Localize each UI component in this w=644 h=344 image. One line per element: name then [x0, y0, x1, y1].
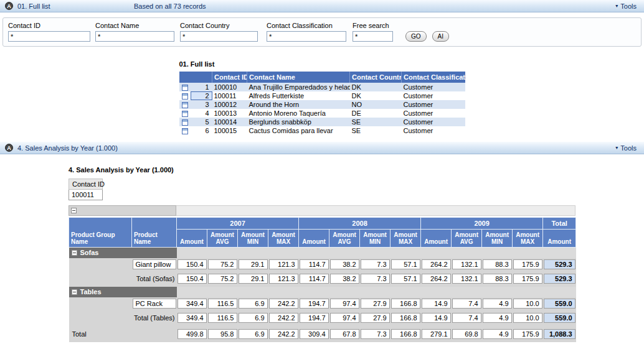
row-open-icon[interactable] [179, 118, 191, 126]
value-cell: 97.4 [329, 297, 360, 310]
group-total-label: Total (Sofas) [132, 271, 177, 287]
measure-header[interactable]: Amount MAX [268, 230, 299, 248]
value-cell: 114.7 [299, 258, 329, 271]
product-name-cell: PC Rack [132, 297, 177, 310]
value-cell: 4.9 [482, 297, 513, 310]
total-column-header[interactable]: Total [543, 218, 576, 230]
measure-header[interactable]: Amount [299, 230, 329, 248]
row-header-product-name[interactable]: Product Name [132, 218, 177, 248]
measure-header[interactable]: Amount MIN [360, 230, 391, 248]
go-button[interactable]: GO [405, 31, 427, 42]
collapse-icon[interactable] [72, 289, 77, 295]
form-icon [182, 128, 188, 134]
filter-input-contact-name[interactable] [95, 31, 174, 42]
measure-header[interactable]: Amount MAX [391, 230, 421, 248]
cell-contact-id: 100012 [212, 100, 247, 109]
cell-contact-classification: Customer [402, 126, 465, 135]
product-name: Giant pillow [133, 259, 176, 269]
measure-header[interactable]: Amount AVG [329, 230, 360, 248]
grand-total-value-cell: 242.2 [268, 326, 299, 342]
product-name-cell: Giant pillow [132, 258, 177, 271]
table-row[interactable]: 6100015Cactus Comidas para llevarSECusto… [179, 126, 465, 135]
year-column-header[interactable]: 2008 [299, 218, 421, 230]
row-number-cell[interactable]: 5 [191, 118, 212, 126]
form-icon [182, 102, 188, 108]
filter-input-contact-country[interactable] [180, 31, 258, 42]
row-open-icon[interactable] [179, 126, 191, 135]
filter-input-contact-classification[interactable] [267, 31, 346, 42]
col-header-contact-name[interactable]: Contact Name [247, 72, 350, 83]
group-label[interactable]: Tables [69, 287, 177, 297]
group-total-value-cell: 194.7 [299, 310, 329, 326]
collapse-all-icon[interactable] [71, 208, 77, 213]
group-total-value-cell: 38.2 [329, 271, 360, 287]
row-number-cell[interactable]: 2 [191, 91, 212, 100]
row-open-icon[interactable] [179, 91, 191, 100]
cell-contact-name: Berglunds snabbköp [247, 118, 350, 126]
cell-contact-country: DK [350, 91, 402, 100]
group-label[interactable]: Sofas [69, 248, 177, 258]
grand-total-value-cell: 95.8 [207, 326, 238, 342]
year-column-header[interactable]: 2009 [421, 218, 543, 230]
group-row-filler [177, 248, 576, 258]
measure-header-total[interactable]: Amount [543, 230, 576, 248]
measure-header[interactable]: Amount [421, 230, 452, 248]
table-row[interactable]: 5100014Berglunds snabbköpSECustomer [179, 118, 465, 126]
table-row[interactable]: 2100011Alfreds FutterkisteDKCustomer [179, 91, 465, 100]
row-number-cell[interactable]: 3 [191, 100, 212, 109]
product-group-cell [69, 310, 132, 326]
cell-contact-name: Antonio Moreno Taquería [247, 109, 350, 118]
row-number-cell[interactable]: 4 [191, 109, 212, 118]
row-number-cell[interactable]: 6 [191, 126, 212, 135]
filter-input-contact-id[interactable] [8, 31, 90, 42]
row-open-icon[interactable] [179, 83, 191, 91]
cell-contact-id: 100013 [212, 109, 247, 118]
row-header-product-group-name[interactable]: Product Group Name [69, 218, 132, 248]
measure-header[interactable]: Amount [177, 230, 207, 248]
measure-header[interactable]: Amount MIN [482, 230, 513, 248]
measure-header[interactable]: Amount MAX [513, 230, 543, 248]
filter-label-contact-name: Contact Name [95, 22, 180, 30]
form-icon [182, 119, 188, 126]
group-total-value-cell: 7.3 [360, 271, 391, 287]
value-cell: 7.4 [452, 297, 482, 310]
col-header-contact-country[interactable]: Contact Country [350, 72, 402, 83]
group-total-value-cell: 349.4 [177, 310, 207, 326]
row-number-cell[interactable]: 1 [191, 83, 212, 91]
group-total-value-cell: 116.5 [207, 310, 238, 326]
row-open-icon[interactable] [179, 100, 191, 109]
table-row[interactable]: 1100010Ana Trujillo Emparedados y helado… [179, 83, 465, 91]
group-header-row[interactable]: Tables [69, 287, 576, 297]
app-logo-icon: A [5, 144, 13, 152]
cell-contact-id: 100010 [212, 83, 247, 91]
tools-menu-panel1[interactable]: ▾ Tools [615, 2, 637, 10]
row-open-icon[interactable] [179, 109, 191, 118]
filter-group-contact-name: Contact Name [95, 22, 180, 42]
value-cell: 57.1 [391, 258, 421, 271]
table-row[interactable]: 4100013Antonio Moreno TaqueríaDECustomer [179, 109, 465, 118]
measure-header[interactable]: Amount AVG [452, 230, 482, 248]
col-header-contact-id[interactable]: Contact ID [212, 72, 247, 83]
filter-input-free-search[interactable] [353, 31, 393, 42]
tools-label: Tools [620, 2, 637, 10]
group-total-value-cell: 88.3 [482, 271, 513, 287]
cell-contact-id: 100015 [212, 126, 247, 135]
cell-contact-name: Around the Horn [247, 100, 350, 109]
measure-header[interactable]: Amount MIN [238, 230, 268, 248]
pivot-table: Product Group NameProduct Name2007200820… [69, 217, 576, 342]
measure-header[interactable]: Amount AVG [207, 230, 238, 248]
value-cell: 38.2 [329, 258, 360, 271]
collapse-icon[interactable] [72, 250, 77, 256]
group-row-filler [177, 287, 576, 297]
contact-id-filter-value[interactable]: 100011 [69, 190, 103, 200]
group-header-row[interactable]: Sofas [69, 248, 576, 258]
filter-label-contact-classification: Contact Classification [267, 22, 353, 30]
form-icon [182, 111, 188, 117]
year-column-header[interactable]: 2007 [177, 218, 299, 230]
value-cell: 150.4 [177, 258, 207, 271]
table-row[interactable]: 3100012Around the HornNOCustomer [179, 100, 465, 109]
col-header-contact-classification[interactable]: Contact Classification [402, 72, 465, 83]
value-cell: 7.3 [360, 258, 391, 271]
ai-button[interactable]: AI [432, 31, 449, 42]
tools-menu-panel2[interactable]: ▾ Tools [615, 144, 637, 152]
